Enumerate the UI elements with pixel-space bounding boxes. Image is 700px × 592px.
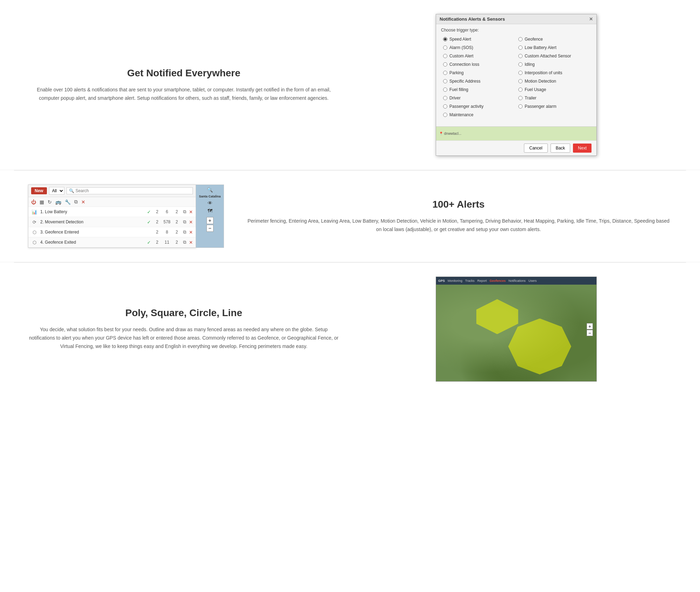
alert-row: ⬡ 3. Geofence Entered ✓ 2 8 2 ⧉ ✕: [28, 227, 196, 237]
alert-copy-icon[interactable]: ⧉: [183, 209, 186, 215]
alert-col2: 11: [163, 240, 170, 245]
alert-actions: ⧉: [183, 229, 186, 235]
monitoring-tab[interactable]: Monitoring: [448, 279, 462, 283]
geo-map-toolbar: GPS Monitoring Tracks Report Geofences N…: [436, 277, 596, 285]
users-tab[interactable]: Users: [528, 279, 537, 283]
alert-check-icon: ✓: [147, 220, 151, 225]
alert-row: ⬡ 4. Geofence Exited ✓ 2 11 2 ⧉ ✕: [28, 237, 196, 248]
alert-delete-icon[interactable]: ✕: [189, 230, 193, 235]
section-geofence: Poly, Square, Circle, Line You decide, w…: [0, 263, 700, 396]
section-1-description: Enable over 100 alerts & notifications t…: [28, 86, 340, 103]
geofences-tab[interactable]: Geofences: [490, 279, 506, 283]
alert-copy-icon[interactable]: ⧉: [183, 239, 186, 245]
option-custom-sensor[interactable]: Custom Attached Sensor: [516, 52, 592, 60]
alerts-container: New All 🔍 ⏻ ▦ ↻ 🚌 🔧 ⧉ ✕: [28, 184, 224, 248]
zoom-in-button[interactable]: +: [587, 323, 593, 329]
copy-icon[interactable]: ⧉: [74, 199, 78, 205]
power-icon[interactable]: ⏻: [31, 199, 36, 205]
zoom-in-button[interactable]: +: [206, 217, 214, 224]
next-button[interactable]: Next: [573, 144, 592, 153]
option-custom-alert[interactable]: Custom Alert: [441, 52, 516, 60]
geofence-map: GPS Monitoring Tracks Report Geofences N…: [436, 277, 597, 382]
tracks-tab[interactable]: Tracks: [465, 279, 475, 283]
option-geofence[interactable]: Geofence: [516, 35, 592, 43]
alert-col1: 2: [154, 240, 161, 245]
alert-actions: ⧉: [183, 209, 186, 215]
map-search-icon[interactable]: 🔍: [207, 187, 213, 193]
option-empty-right: [516, 111, 592, 119]
alert-actions: ⧉: [183, 239, 186, 245]
alert-actions: ⧉: [183, 219, 186, 225]
option-maintenance[interactable]: Maintenance: [441, 111, 516, 119]
refresh-icon[interactable]: ↻: [48, 199, 52, 205]
search-box: 🔍: [66, 187, 193, 194]
alert-col1: 2: [154, 220, 161, 224]
option-interposition[interactable]: Interposition of units: [516, 69, 592, 77]
section-get-notified: Get Notified Everywhere Enable over 100 …: [0, 0, 700, 170]
geofence-polygon-2[interactable]: [508, 319, 571, 375]
alert-delete-icon[interactable]: ✕: [189, 220, 193, 225]
layers-icon[interactable]: 🗺: [208, 208, 212, 214]
modal-map-strip: 📍 dnwwtacl...: [436, 126, 596, 140]
trigger-type-label: Choose trigger type:: [441, 28, 592, 33]
cancel-button[interactable]: Cancel: [524, 144, 547, 153]
alert-copy-icon[interactable]: ⧉: [183, 219, 186, 225]
zoom-out-button[interactable]: −: [587, 330, 593, 336]
geofence-polygon-1[interactable]: [476, 299, 518, 334]
option-motion-detection[interactable]: Motion Detection: [516, 77, 592, 85]
option-low-battery-alert[interactable]: Low Battery Alert: [516, 44, 592, 51]
option-passenger-alarm[interactable]: Passenger alarm: [516, 103, 592, 110]
option-alarm-sos[interactable]: Alarm (SOS): [441, 44, 516, 51]
section-1-title: Get Notified Everywhere: [28, 68, 340, 79]
alert-col3: 2: [173, 209, 180, 214]
new-alert-button[interactable]: New: [31, 187, 47, 194]
section-2-title: 100+ Alerts: [245, 199, 672, 210]
alert-col3: 2: [173, 230, 180, 235]
alert-check-icon: ✓: [147, 209, 151, 215]
option-specific-address[interactable]: Specific Address: [441, 77, 516, 85]
notifications-tab[interactable]: Notifications: [509, 279, 526, 283]
close-row-icon[interactable]: ✕: [81, 199, 85, 205]
alert-row: ⟳ 2. Movement Detection ✓ 2 578 2 ⧉ ✕: [28, 217, 196, 227]
alert-name: 1. Low Battery: [40, 209, 144, 214]
alert-type-icon: ⬡: [31, 229, 37, 235]
option-trailer[interactable]: Trailer: [516, 94, 592, 102]
alert-col2: 8: [163, 230, 170, 235]
option-fuel-filling[interactable]: Fuel filling: [441, 86, 516, 93]
map-location-label: Santa Catalina: [199, 195, 220, 198]
option-parking[interactable]: Parking: [441, 69, 516, 77]
modal-close-icon[interactable]: ✕: [589, 16, 593, 22]
search-input[interactable]: [76, 188, 190, 193]
notifications-modal: Notifications Alerts & Sensors ✕ Choose …: [436, 14, 597, 156]
option-idling[interactable]: Idling: [516, 61, 592, 68]
back-button[interactable]: Back: [551, 144, 570, 153]
alert-col1: 2: [154, 230, 161, 235]
alert-col3: 2: [173, 220, 180, 224]
eye-icon[interactable]: 👁: [208, 200, 212, 206]
option-driver[interactable]: Driver: [441, 94, 516, 102]
bus-icon[interactable]: 🚌: [55, 199, 61, 205]
filter-select[interactable]: All: [49, 187, 64, 195]
alerts-panel: New All 🔍 ⏻ ▦ ↻ 🚌 🔧 ⧉ ✕: [28, 184, 196, 248]
modal-title: Notifications Alerts & Sensors: [440, 16, 505, 22]
alert-col1: 2: [154, 209, 161, 214]
trigger-options-grid: Speed Alert Geofence Alarm (SOS) Low Bat…: [441, 35, 592, 119]
section-1-text-block: Get Notified Everywhere Enable over 100 …: [28, 68, 340, 103]
option-speed-alert[interactable]: Speed Alert: [441, 35, 516, 43]
option-fuel-usage[interactable]: Fuel Usage: [516, 86, 592, 93]
option-passenger-activity[interactable]: Passenger activity: [441, 103, 516, 110]
alerts-icons-row: ⏻ ▦ ↻ 🚌 🔧 ⧉ ✕: [28, 197, 196, 207]
alerts-panel-container: New All 🔍 ⏻ ▦ ↻ 🚌 🔧 ⧉ ✕: [28, 184, 224, 248]
alert-delete-icon[interactable]: ✕: [189, 240, 193, 245]
alert-type-icon: ⬡: [31, 239, 37, 245]
option-connection-loss[interactable]: Connection loss: [441, 61, 516, 68]
alerts-toolbar: New All 🔍: [28, 185, 196, 197]
grid-icon[interactable]: ▦: [40, 199, 44, 205]
alert-delete-icon[interactable]: ✕: [189, 209, 193, 215]
alert-copy-icon[interactable]: ⧉: [183, 229, 186, 235]
section-3-description: You decide, what solution fits best for …: [28, 326, 340, 350]
gps-label: GPS: [438, 279, 445, 283]
wrench-icon[interactable]: 🔧: [65, 199, 71, 205]
zoom-out-button[interactable]: −: [206, 225, 214, 232]
report-tab[interactable]: Report: [477, 279, 487, 283]
